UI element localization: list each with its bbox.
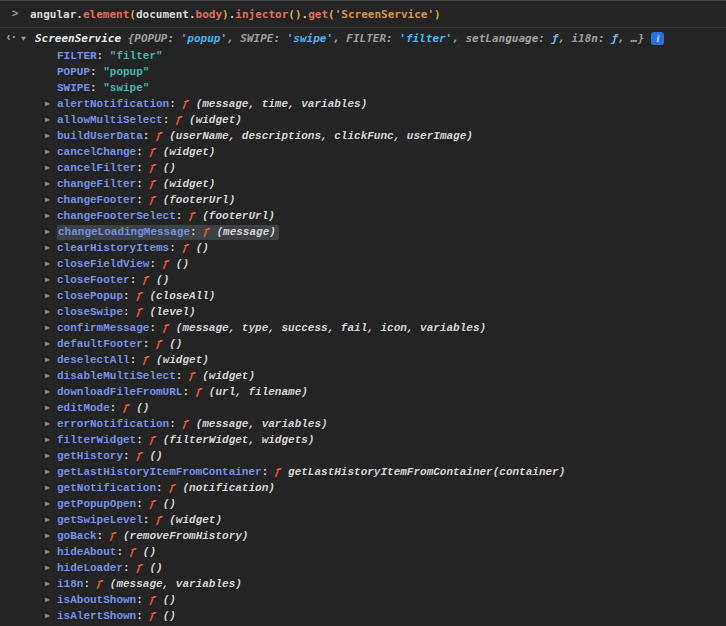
property-entry: hideAbout: ƒ () <box>57 546 156 558</box>
property-row[interactable]: ▶changeFilter: ƒ (widget) <box>45 176 726 192</box>
expand-arrow-icon[interactable]: ▶ <box>45 464 57 480</box>
return-value-icon: ‹· <box>5 31 21 45</box>
property-row[interactable]: ▶hideLoader: ƒ () <box>45 560 726 576</box>
expand-arrow-icon[interactable]: ▶ <box>45 608 57 624</box>
property-row[interactable]: ▶getLastHistoryItemFromContainer: ƒ getL… <box>45 464 726 480</box>
property-key: changeLoadingMessage <box>58 226 190 238</box>
expand-arrow-icon[interactable]: ▶ <box>45 240 57 256</box>
info-icon[interactable]: i <box>651 32 664 45</box>
property-row[interactable]: ▶defaultFooter: ƒ () <box>45 336 726 352</box>
console-input-expression[interactable]: angular.element(document.body).injector(… <box>30 8 441 21</box>
property-key: buildUserData <box>57 130 143 142</box>
property-colon: : <box>136 194 149 206</box>
expand-arrow-icon[interactable]: ▶ <box>45 128 57 144</box>
property-row[interactable]: ▶getHistory: ƒ () <box>45 448 726 464</box>
expand-arrow-icon[interactable]: ▶ <box>45 432 57 448</box>
property-row[interactable]: SWIPE: "swipe" <box>45 80 726 96</box>
property-row[interactable]: FILTER: "filter" <box>45 48 726 64</box>
expand-arrow-icon[interactable]: ▶ <box>45 480 57 496</box>
expand-arrow-icon[interactable]: ▶ <box>45 352 57 368</box>
property-row[interactable]: POPUP: "popup" <box>45 64 726 80</box>
property-colon: : <box>83 578 96 590</box>
expand-arrow-icon[interactable]: ▶ <box>45 224 57 240</box>
expand-arrow-icon[interactable]: ▶ <box>45 208 57 224</box>
property-colon: : <box>169 242 182 254</box>
property-key: POPUP <box>57 66 90 78</box>
expand-arrow-icon[interactable]: ▶ <box>45 304 57 320</box>
expand-arrow-icon[interactable]: ▶ <box>45 560 57 576</box>
property-row[interactable]: ▶buildUserData: ƒ (userName, description… <box>45 128 726 144</box>
function-symbol: ƒ <box>123 402 136 414</box>
expand-arrow-icon[interactable]: ▶ <box>45 336 57 352</box>
property-entry: downloadFileFromURL: ƒ (url, filename) <box>57 386 308 398</box>
property-row[interactable]: ▶editMode: ƒ () <box>45 400 726 416</box>
property-row[interactable]: ▶changeFooter: ƒ (footerUrl) <box>45 192 726 208</box>
property-row[interactable]: ▶closeFooter: ƒ () <box>45 272 726 288</box>
property-row[interactable]: ▶alertNotification: ƒ (message, time, va… <box>45 96 726 112</box>
expand-arrow-icon[interactable]: ▶ <box>45 592 57 608</box>
property-row[interactable]: ▶isAlertShown: ƒ () <box>45 608 726 624</box>
function-signature: () <box>196 242 209 254</box>
console-result-row[interactable]: ‹· ▼ ScreenService {POPUP: 'popup', SWIP… <box>0 28 726 48</box>
preview-token-sep: , FILTER: <box>333 32 399 45</box>
expand-arrow-icon[interactable]: ▶ <box>45 416 57 432</box>
property-row[interactable]: ▶cancelChange: ƒ (widget) <box>45 144 726 160</box>
expand-arrow-icon[interactable]: ▶ <box>45 256 57 272</box>
property-row[interactable]: ▶allowMultiSelect: ƒ (widget) <box>45 112 726 128</box>
input-token-method: body <box>196 8 223 21</box>
property-row[interactable]: ▶cancelFilter: ƒ () <box>45 160 726 176</box>
property-key: defaultFooter <box>57 338 143 350</box>
expand-arrow-icon[interactable]: ▶ <box>45 512 57 528</box>
property-key: filterWidget <box>57 434 136 446</box>
property-row[interactable]: ▶filterWidget: ƒ (filterWidget, widgets) <box>45 432 726 448</box>
expand-arrow-icon[interactable]: ▶ <box>45 576 57 592</box>
expand-arrow-icon[interactable]: ▶ <box>45 288 57 304</box>
property-row[interactable]: ▶i18n: ƒ (message, variables) <box>45 576 726 592</box>
expand-arrow-icon[interactable]: ▶ <box>45 272 57 288</box>
property-row[interactable]: ▶getNotification: ƒ (notification) <box>45 480 726 496</box>
expand-arrow-icon[interactable]: ▶ <box>45 144 57 160</box>
expand-arrow-icon[interactable]: ▶ <box>45 176 57 192</box>
expand-arrow-icon[interactable]: ▶ <box>45 544 57 560</box>
expand-arrow-icon[interactable]: ▶ <box>45 384 57 400</box>
property-row[interactable]: ▶disableMultiSelect: ƒ (widget) <box>45 368 726 384</box>
expand-triangle-icon[interactable]: ▼ <box>21 34 35 43</box>
property-key: alertNotification <box>57 98 169 110</box>
property-row[interactable]: ▶goBack: ƒ (removeFromHistory) <box>45 528 726 544</box>
function-symbol: ƒ <box>182 418 195 430</box>
function-symbol: ƒ <box>169 482 182 494</box>
property-row[interactable]: ▶changeLoadingMessage: ƒ (message) <box>45 224 726 240</box>
property-entry: getSwipeLevel: ƒ (widget) <box>57 514 222 526</box>
expand-arrow-icon[interactable]: ▶ <box>45 112 57 128</box>
property-row[interactable]: ▶errorNotification: ƒ (message, variable… <box>45 416 726 432</box>
expand-arrow-icon[interactable]: ▶ <box>45 96 57 112</box>
expand-arrow-icon[interactable]: ▶ <box>45 496 57 512</box>
expand-arrow-icon[interactable]: ▶ <box>45 448 57 464</box>
property-colon: : <box>90 66 103 78</box>
property-row[interactable]: ▶clearHistoryItems: ƒ () <box>45 240 726 256</box>
expand-arrow-icon[interactable]: ▶ <box>45 368 57 384</box>
property-list: FILTER: "filter"POPUP: "popup"SWIPE: "sw… <box>0 48 726 626</box>
property-row[interactable]: ▶getPopupOpen: ƒ () <box>45 496 726 512</box>
property-row[interactable]: ▶hideAbout: ƒ () <box>45 544 726 560</box>
property-row[interactable]: ▶closePopup: ƒ (closeAll) <box>45 288 726 304</box>
property-row[interactable]: ▶deselectAll: ƒ (widget) <box>45 352 726 368</box>
expand-arrow-icon[interactable]: ▶ <box>45 400 57 416</box>
property-row[interactable]: ▶closeSwipe: ƒ (level) <box>45 304 726 320</box>
expand-arrow-icon[interactable]: ▶ <box>45 528 57 544</box>
property-key: cancelChange <box>57 146 136 158</box>
property-entry: FILTER: "filter" <box>57 50 163 62</box>
preview-token-str: 'swipe' <box>287 32 333 45</box>
property-row[interactable]: ▶getSwipeLevel: ƒ (widget) <box>45 512 726 528</box>
expand-arrow-icon[interactable]: ▶ <box>45 160 57 176</box>
property-key: getSwipeLevel <box>57 514 143 526</box>
property-row[interactable]: ▶changeFooterSelect: ƒ (footerUrl) <box>45 208 726 224</box>
property-row[interactable]: ▶downloadFileFromURL: ƒ (url, filename) <box>45 384 726 400</box>
console-input-row[interactable]: > angular.element(document.body).injecto… <box>0 1 726 28</box>
property-row[interactable]: ▶confirmMessage: ƒ (message, type, succe… <box>45 320 726 336</box>
expand-arrow-icon[interactable]: ▶ <box>45 320 57 336</box>
property-entry: buildUserData: ƒ (userName, descriptions… <box>57 130 473 142</box>
expand-arrow-icon[interactable]: ▶ <box>45 192 57 208</box>
property-row[interactable]: ▶closeFieldView: ƒ () <box>45 256 726 272</box>
property-row[interactable]: ▶isAboutShown: ƒ () <box>45 592 726 608</box>
